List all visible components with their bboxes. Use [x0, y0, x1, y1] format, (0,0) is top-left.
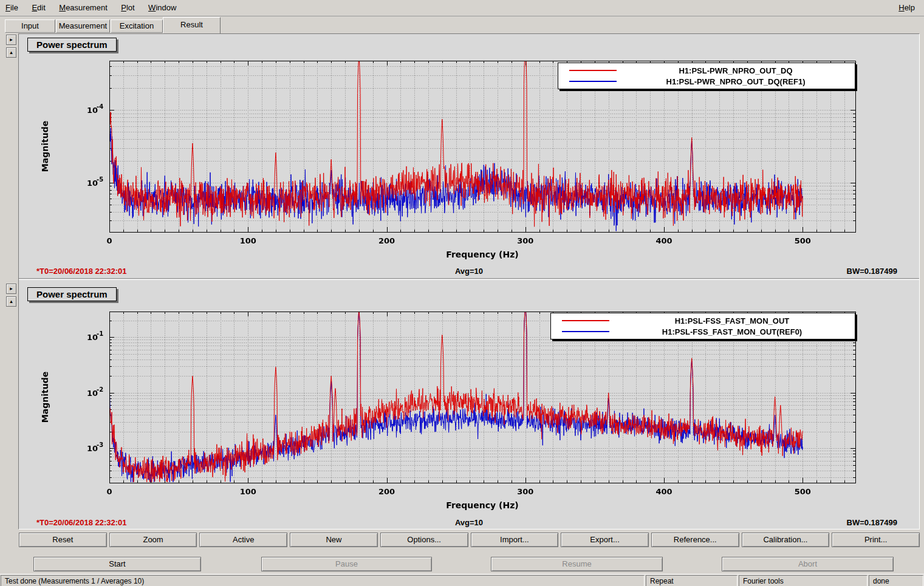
- export-button[interactable]: Export...: [561, 533, 649, 547]
- toolbar: Reset Zoom Active New Options... Import.…: [19, 533, 920, 547]
- app: { "menubar": { "items": ["File", "Edit",…: [0, 0, 924, 586]
- reference-button[interactable]: Reference...: [651, 533, 739, 547]
- menu-plot[interactable]: Plot: [115, 0, 140, 15]
- legend-label: H1:PSL-FSS_FAST_MON_OUT: [609, 316, 855, 325]
- tab-excitation[interactable]: Excitation: [111, 19, 163, 33]
- arrow-up-icon: ▴: [10, 49, 13, 55]
- pause-button: Pause: [261, 557, 432, 571]
- status-bar: Test done (Measurements 1 / Averages 10)…: [0, 574, 924, 586]
- calibration-button[interactable]: Calibration...: [742, 533, 830, 547]
- status-message: Test done (Measurements 1 / Averages 10): [1, 575, 645, 586]
- plot1-title: Power spectrum: [27, 38, 117, 52]
- menu-help[interactable]: Help: [893, 0, 920, 15]
- plot2-t0-label: *T0=20/06/2018 22:32:01: [36, 518, 127, 527]
- plot1-t0-label: *T0=20/06/2018 22:32:01: [36, 267, 127, 276]
- resume-button: Resume: [491, 557, 663, 571]
- tab-bar: Input Measurement Excitation Result: [0, 16, 924, 33]
- legend-trace-sample-blue: [569, 81, 617, 82]
- arrow-right-icon: ▸: [10, 285, 13, 291]
- plot1-bw-label: BW=0.187499: [847, 267, 897, 276]
- legend-row: H1:PSL-PWR_NPRO_OUT_DQ(REF1): [558, 76, 855, 87]
- tab-input[interactable]: Input: [5, 19, 55, 33]
- legend-label: H1:PSL-PWR_NPRO_OUT_DQ: [617, 66, 855, 75]
- plot2-bw-label: BW=0.187499: [847, 518, 897, 527]
- legend-row: H1:PSL-FSS_FAST_MON_OUT(REF0): [551, 326, 855, 337]
- plot2-pane-up-button[interactable]: ▴: [6, 296, 16, 307]
- legend-trace-sample-red: [562, 320, 609, 321]
- plot2-legend: H1:PSL-FSS_FAST_MON_OUT H1:PSL-FSS_FAST_…: [550, 313, 855, 339]
- plot1-pane-up-button[interactable]: ▴: [6, 47, 16, 58]
- menu-bar: File Edit Measurement Plot Window Help: [0, 0, 924, 16]
- menu-measurement[interactable]: Measurement: [53, 0, 113, 15]
- plot2-title: Power spectrum: [27, 287, 117, 301]
- reset-button[interactable]: Reset: [19, 533, 107, 547]
- options-button[interactable]: Options...: [380, 533, 468, 547]
- tab-measurement[interactable]: Measurement: [56, 19, 110, 33]
- abort-button: Abort: [722, 557, 894, 571]
- plot1-avg-label: Avg=10: [19, 267, 919, 276]
- status-repeat: Repeat: [646, 575, 737, 586]
- status-state: done: [869, 575, 923, 586]
- plot-panel-1: Power spectrum H1:PSL-PWR_NPRO_OUT_DQ H1…: [19, 34, 919, 279]
- plot1-legend: H1:PSL-PWR_NPRO_OUT_DQ H1:PSL-PWR_NPRO_O…: [558, 63, 855, 89]
- plot-panel-2: Power spectrum H1:PSL-FSS_FAST_MON_OUT H…: [19, 279, 919, 529]
- menu-file[interactable]: File: [0, 0, 24, 15]
- menu-edit[interactable]: Edit: [26, 0, 50, 15]
- plot2-avg-label: Avg=10: [19, 518, 919, 527]
- plot-area: Power spectrum H1:PSL-PWR_NPRO_OUT_DQ H1…: [18, 33, 920, 530]
- start-button[interactable]: Start: [33, 557, 201, 571]
- plot2-pane-expand-button[interactable]: ▸: [6, 284, 16, 294]
- import-button[interactable]: Import...: [471, 533, 559, 547]
- plot1-pane-expand-button[interactable]: ▸: [6, 35, 16, 45]
- tab-result[interactable]: Result: [163, 17, 221, 33]
- active-button[interactable]: Active: [199, 533, 287, 547]
- menu-window[interactable]: Window: [143, 0, 182, 15]
- arrow-up-icon: ▴: [10, 298, 13, 304]
- print-button[interactable]: Print...: [832, 533, 920, 547]
- arrow-right-icon: ▸: [10, 36, 13, 43]
- legend-trace-sample-red: [569, 70, 617, 71]
- legend-row: H1:PSL-FSS_FAST_MON_OUT: [551, 315, 855, 326]
- legend-trace-sample-blue: [562, 331, 609, 332]
- new-button[interactable]: New: [290, 533, 378, 547]
- status-tools: Fourier tools: [739, 575, 868, 586]
- legend-row: H1:PSL-PWR_NPRO_OUT_DQ: [558, 65, 855, 76]
- legend-label: H1:PSL-PWR_NPRO_OUT_DQ(REF1): [617, 77, 855, 86]
- zoom-button[interactable]: Zoom: [109, 533, 197, 547]
- legend-label: H1:PSL-FSS_FAST_MON_OUT(REF0): [609, 327, 855, 336]
